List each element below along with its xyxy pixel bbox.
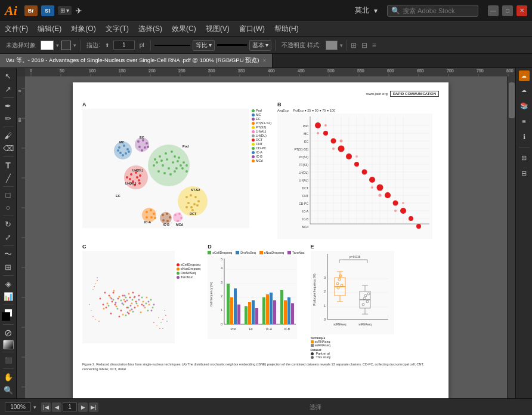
svg-point-134 xyxy=(166,220,169,222)
page-input[interactable] xyxy=(63,402,77,411)
svg-point-299 xyxy=(95,283,96,284)
view-dropdown[interactable]: 等比 ▾ xyxy=(193,40,215,51)
send-icon[interactable]: ✈ xyxy=(75,6,82,16)
prev-page-btn[interactable]: ◀ xyxy=(52,402,61,412)
base-dropdown[interactable]: 基本 ▾ xyxy=(249,40,271,51)
pencil-tool[interactable]: ✏ xyxy=(2,113,15,124)
warp-tool[interactable]: 〜 xyxy=(2,248,15,260)
transform-tool[interactable]: ⊞ xyxy=(2,261,15,272)
vertical-ruler: 0 50 xyxy=(17,76,25,398)
panel-toggle-icon[interactable]: ⊞ xyxy=(351,41,357,50)
svg-text:DCT: DCT xyxy=(302,186,308,190)
svg-point-292 xyxy=(97,280,98,281)
libraries-btn[interactable]: 📚 xyxy=(518,99,531,112)
more-icon[interactable]: ≡ xyxy=(372,41,376,50)
stroke-width-input[interactable] xyxy=(113,41,135,50)
svg-point-53 xyxy=(171,150,173,153)
creative-cloud-btn[interactable]: ☁ xyxy=(518,84,531,97)
zoom-chevron[interactable]: ▾ xyxy=(33,404,36,410)
line-tool[interactable]: ╱ xyxy=(2,172,15,183)
menu-object[interactable]: 对象(O) xyxy=(71,24,95,34)
grid-view-btn[interactable]: ⊞ xyxy=(518,151,531,164)
menu-select[interactable]: 选择(S) xyxy=(138,24,162,34)
canvas-area[interactable]: www.jasn.org RAPID COMMUNICATION A xyxy=(25,76,515,398)
last-page-btn[interactable]: ▶| xyxy=(89,402,98,412)
properties-panel-btn[interactable]: ☁ xyxy=(519,70,530,81)
stroke-swatch[interactable] xyxy=(61,41,71,50)
svg-rect-330 xyxy=(245,306,248,324)
document-tab[interactable]: Wu 等。- 2019 - Advantages of Single-Nucle… xyxy=(0,54,273,67)
svg-point-288 xyxy=(127,312,129,313)
panel-c-legend: sCellDropseq sNucDropseq D xyxy=(177,263,200,343)
layers-btn[interactable]: ≡ xyxy=(518,115,531,128)
bar-chart: 0 1 2 3 4 5 Cell frequency (%) xyxy=(208,256,297,339)
opacity-swatch[interactable] xyxy=(326,41,338,50)
stroke-line2-preview xyxy=(217,44,247,46)
rotate-tool[interactable]: ↻ xyxy=(2,219,15,230)
workspace-selector[interactable]: 莫北 ▾ xyxy=(355,5,378,16)
zoom-tool[interactable]: 🔍 xyxy=(2,385,15,396)
svg-text:650: 650 xyxy=(417,69,424,73)
scrollbar-thumb[interactable] xyxy=(509,82,515,118)
menu-view[interactable]: 视图(V) xyxy=(206,24,230,34)
direct-select-tool[interactable]: ↗ xyxy=(2,83,15,94)
type-tool[interactable]: T xyxy=(2,159,15,171)
menu-effect[interactable]: 效果(C) xyxy=(172,24,196,34)
st-icon[interactable]: St xyxy=(41,5,54,16)
svg-text:IC-B: IC-B xyxy=(302,217,309,221)
svg-point-255 xyxy=(107,303,109,305)
svg-text:Pod: Pod xyxy=(303,124,308,128)
svg-point-68 xyxy=(178,156,180,159)
svg-text:4: 4 xyxy=(221,266,223,270)
zoom-input[interactable]: 100% xyxy=(5,402,31,411)
minimize-button[interactable]: — xyxy=(488,5,499,16)
layout-button[interactable]: ⊞ ▾ xyxy=(58,6,72,15)
next-page-btn[interactable]: ▶ xyxy=(78,402,88,412)
svg-point-66 xyxy=(172,161,174,164)
hand-tool[interactable]: ✋ xyxy=(2,371,15,383)
stroke-color[interactable] xyxy=(2,312,10,321)
align-btn[interactable]: ⊟ xyxy=(518,167,531,180)
svg-point-278 xyxy=(126,300,128,302)
br-icon[interactable]: Br xyxy=(24,5,38,16)
arrange-icon[interactable]: ⊟ xyxy=(361,41,367,50)
fill-swatch[interactable] xyxy=(41,41,54,50)
scale-tool[interactable]: ⤢ xyxy=(2,232,15,243)
symbol-tool[interactable]: ◈ xyxy=(2,278,15,290)
maximize-button[interactable]: □ xyxy=(502,5,513,16)
first-page-btn[interactable]: |◀ xyxy=(41,402,51,412)
svg-point-301 xyxy=(158,317,159,318)
svg-point-240 xyxy=(103,304,104,306)
svg-point-283 xyxy=(111,298,113,300)
change-screen-mode[interactable]: ⬛ xyxy=(2,355,15,366)
select-tool[interactable]: ↖ xyxy=(2,70,15,82)
vertical-scrollbar[interactable] xyxy=(507,76,515,398)
menu-file[interactable]: 文件(F) xyxy=(5,24,28,34)
svg-text:50: 50 xyxy=(18,118,21,122)
rulers-and-canvas: 0 50 xyxy=(17,76,515,398)
color-mode-none[interactable]: ⊘ xyxy=(2,327,15,339)
stock-search[interactable]: 🔍 xyxy=(387,5,478,17)
bar-chart-tool[interactable]: 📊 xyxy=(2,291,15,302)
close-button[interactable]: ✕ xyxy=(516,5,527,16)
menu-window[interactable]: 窗口(W) xyxy=(239,24,265,34)
svg-point-198 xyxy=(330,139,336,144)
svg-point-107 xyxy=(137,140,140,143)
search-input[interactable] xyxy=(403,7,474,14)
tab-close-button[interactable]: × xyxy=(262,57,266,64)
svg-text:Pod: Pod xyxy=(231,327,236,331)
gradient-swatch[interactable] xyxy=(3,340,14,349)
svg-point-74 xyxy=(185,170,188,173)
eraser-tool[interactable]: ⌫ xyxy=(2,143,15,154)
svg-text:EC: EC xyxy=(249,327,253,331)
menu-text[interactable]: 文字(T) xyxy=(106,24,129,34)
rect-tool[interactable]: □ xyxy=(2,189,15,201)
menu-help[interactable]: 帮助(H) xyxy=(274,24,299,34)
workspace-name: 莫北 xyxy=(355,5,369,16)
panel-d: D sCellDropseq DroNcSeq xyxy=(208,244,304,359)
pen-tool[interactable]: ✒ xyxy=(2,100,15,112)
ellipse-tool[interactable]: ○ xyxy=(2,202,15,213)
brush-tool[interactable]: 🖌 xyxy=(2,130,15,141)
menu-edit[interactable]: 编辑(E) xyxy=(38,24,61,34)
properties-btn[interactable]: ℹ xyxy=(518,130,531,143)
